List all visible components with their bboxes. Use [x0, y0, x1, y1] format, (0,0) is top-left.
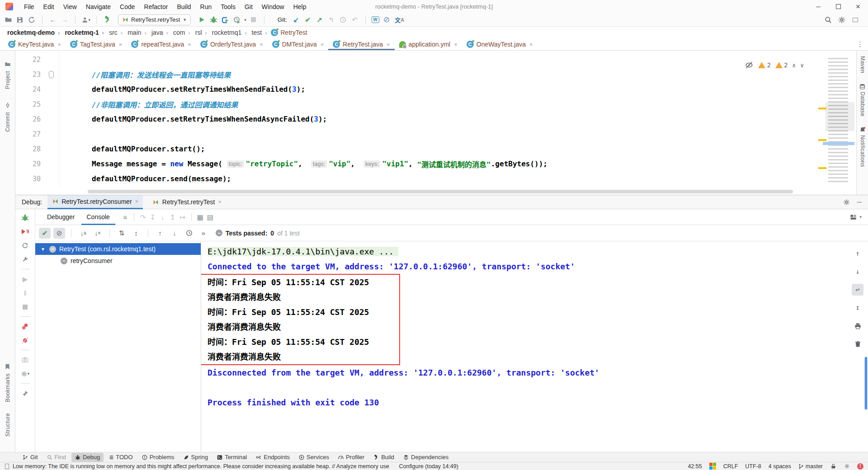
toolwindow-dependencies[interactable]: Dependencies [400, 453, 452, 462]
toolwindow-services[interactable]: Services [295, 453, 333, 462]
toolwindow-build[interactable]: Build [370, 453, 398, 462]
close-tab-icon[interactable]: × [529, 41, 533, 48]
debug-session-tab-retryconsumer[interactable]: RetryTest.retryConsumer× [47, 195, 143, 209]
translate-icon[interactable]: 文A [394, 15, 406, 24]
menu-run[interactable]: Run [196, 0, 217, 13]
toolwindow-bookmarks[interactable]: Bookmarks [3, 362, 12, 402]
toolwindow-structure[interactable]: Structure [5, 413, 11, 437]
tab-debugger[interactable]: Debugger [42, 209, 80, 225]
hide-panel-icon[interactable]: ─ [857, 198, 862, 206]
pin-icon[interactable] [21, 389, 30, 398]
profiler-button[interactable] [232, 15, 241, 24]
indent-indicator[interactable]: 4 spaces [769, 463, 791, 470]
debug-button[interactable] [209, 15, 218, 24]
collapse-all-icon[interactable]: ↕ [130, 228, 142, 239]
code-editor[interactable]: 22 23//阻塞调用：发送线程会一直阻塞等待结果 24defaultMQPro… [15, 51, 856, 195]
open-icon[interactable] [4, 15, 13, 24]
menu-git[interactable]: Git [240, 0, 257, 13]
toolwindow-notifications[interactable]: Notifications [859, 127, 866, 167]
close-tab-icon[interactable]: × [188, 41, 191, 48]
layout-icon[interactable] [851, 15, 860, 24]
encoding-indicator[interactable]: UTF-8 [745, 463, 761, 470]
menu-view[interactable]: View [59, 0, 81, 13]
menu-help[interactable]: Help [289, 0, 311, 13]
menu-edit[interactable]: Edit [39, 0, 59, 13]
menu-refactor[interactable]: Refactor [140, 0, 173, 13]
breadcrumb-class[interactable]: C RetryTest [271, 29, 307, 36]
menu-navigate[interactable]: Navigate [81, 0, 115, 13]
menu-file[interactable]: File [19, 0, 39, 13]
toolwindow-problems[interactable]: Problems [138, 453, 178, 462]
minimize-button[interactable]: ─ [808, 0, 828, 13]
sync-icon[interactable] [27, 15, 36, 24]
horizontal-scrollbar[interactable] [88, 190, 793, 193]
breadcrumb-rsl[interactable]: rsl [194, 29, 211, 36]
tab-keytest[interactable]: CKeyTest.java× [4, 38, 66, 50]
rerun-tests-icon[interactable] [21, 241, 30, 250]
toolwindow-debug[interactable]: Debug [71, 453, 104, 462]
show-ignored-toggle[interactable]: ⊘ [53, 228, 65, 239]
minimap[interactable] [828, 58, 854, 183]
no-entry-icon[interactable]: ⊘ [382, 15, 391, 24]
toolwindow-terminal[interactable]: Terminal [213, 453, 250, 462]
strip-settings-gear-icon[interactable]: ▾ [21, 369, 30, 378]
close-tab-icon[interactable]: × [454, 41, 458, 48]
console-output[interactable]: E:\jdk17\jdk-17.0.4.1\bin\java.exe ... C… [201, 241, 868, 452]
close-tab-icon[interactable]: × [119, 41, 123, 48]
user-icon[interactable]: ▾ [81, 15, 90, 24]
highlight-level-icon[interactable] [745, 61, 754, 70]
close-button[interactable]: × [848, 0, 868, 13]
error-notification-icon[interactable]: ! [857, 463, 863, 470]
tab-console[interactable]: Console [81, 209, 115, 225]
settings-sync-icon[interactable] [844, 463, 850, 470]
hammer-icon[interactable] [103, 15, 112, 24]
toolwindow-endpoints[interactable]: Endpoints [252, 453, 293, 462]
debug-settings-gear-icon[interactable] [842, 197, 851, 207]
menu-code[interactable]: Code [115, 0, 139, 13]
chevron-down-icon[interactable]: ▼ [40, 247, 46, 252]
back-icon[interactable]: ← [48, 15, 57, 24]
tab-dmtest[interactable]: CDMTest.java× [268, 38, 329, 50]
layout-options-icon[interactable]: ≡ [121, 212, 130, 221]
menu-build[interactable]: Build [172, 0, 195, 13]
low-memory-message[interactable]: Low memory: The IDE is running low on me… [13, 463, 389, 470]
close-tab-icon[interactable]: × [57, 41, 61, 48]
settings-gear-icon[interactable] [837, 15, 846, 24]
scroll-to-end-icon[interactable]: ↧ [852, 302, 863, 314]
restore-layout-icon[interactable] [849, 212, 858, 221]
test-tree-row-retryconsumer[interactable]: − retryConsumer [35, 255, 201, 267]
expand-all-icon[interactable]: ⇅ [116, 228, 127, 239]
menu-window[interactable]: Window [257, 0, 289, 13]
debug-bug-icon[interactable] [21, 213, 30, 222]
toolwindow-database[interactable]: Database [859, 83, 866, 117]
next-warning-icon[interactable]: ∨ [800, 62, 804, 69]
coverage-button[interactable] [221, 15, 230, 24]
tab-orderlytest[interactable]: COrderlyTest.java× [196, 38, 268, 50]
tab-repeattest[interactable]: CrepeatTest.java× [127, 38, 196, 50]
mute-breakpoints-icon[interactable] [21, 336, 30, 345]
git-push-icon[interactable]: ↗ [315, 15, 324, 24]
breadcrumb-main[interactable]: main [127, 29, 151, 36]
close-tab-icon[interactable]: × [321, 41, 324, 48]
toolwindow-maven[interactable]: Maven [859, 56, 866, 73]
forward-icon[interactable]: → [60, 15, 69, 24]
color-squares-icon[interactable] [709, 463, 716, 470]
tab-onewaytest[interactable]: COneWayTest.java× [462, 38, 538, 50]
tab-retrytest[interactable]: CRetryTest.java× [328, 38, 394, 50]
run-button[interactable] [197, 15, 206, 24]
gutter-marker-icon[interactable] [49, 71, 54, 78]
evaluate-expression-icon[interactable]: ▦ [196, 212, 205, 221]
menu-tools[interactable]: Tools [216, 0, 240, 13]
show-passed-toggle[interactable]: ✔ [39, 228, 51, 239]
clear-console-icon[interactable] [852, 338, 863, 350]
breadcrumb-src[interactable]: src [108, 29, 127, 36]
warnings-badge[interactable]: 2 [758, 61, 770, 69]
debug-session-tab-retrytest[interactable]: RetryTest.retryTest× [148, 195, 226, 209]
print-icon[interactable] [852, 320, 863, 332]
save-icon[interactable] [15, 15, 24, 24]
toolwindow-project[interactable]: Project [3, 60, 12, 89]
tab-list-icon[interactable]: ⋮ [857, 40, 863, 48]
w-plugin-icon[interactable]: W [372, 16, 379, 23]
toolwindow-spring[interactable]: Spring [180, 453, 212, 462]
soft-wrap-icon[interactable]: ↩ [852, 284, 863, 296]
